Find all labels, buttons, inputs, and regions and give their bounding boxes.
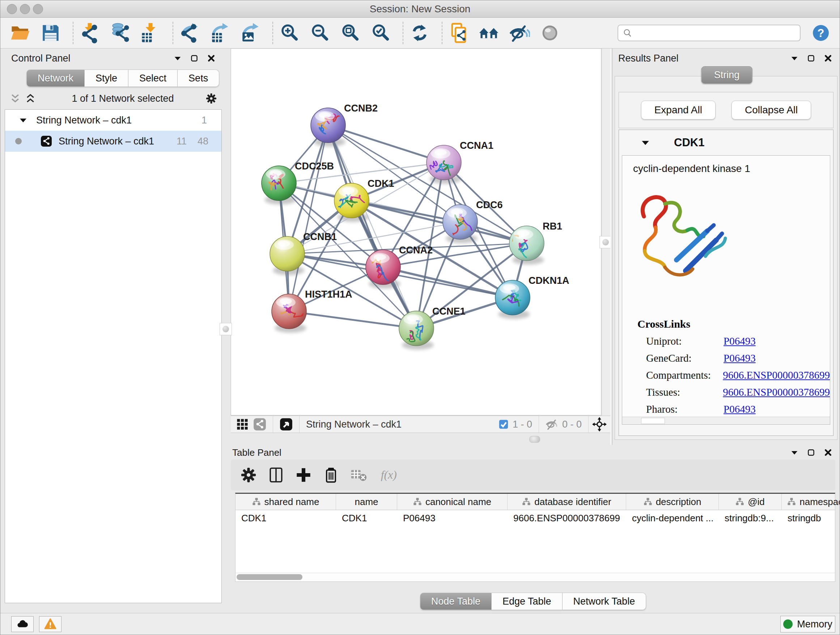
crosslink-label: Pharos: [646, 403, 723, 415]
expand-all-tree-icon[interactable] [25, 93, 36, 104]
panel-close-icon[interactable] [207, 54, 216, 63]
cloud-status-button[interactable] [11, 616, 34, 632]
panel-menu-icon[interactable] [790, 54, 798, 62]
zoom-fit-button[interactable] [340, 22, 361, 43]
panel-close-icon[interactable] [824, 54, 832, 63]
open-session-button[interactable] [10, 22, 31, 43]
export-network-button[interactable] [179, 22, 200, 43]
panel-menu-icon[interactable] [790, 448, 798, 456]
shared-column-icon [644, 497, 652, 506]
toolbar-separator [442, 22, 442, 44]
shared-column-icon [787, 497, 796, 506]
warnings-button[interactable] [39, 616, 62, 632]
add-column-icon[interactable] [295, 467, 312, 483]
left-splitter-handle[interactable] [219, 323, 232, 335]
table-cell: CDK1 [336, 510, 397, 526]
show-columns-icon[interactable] [268, 467, 284, 483]
show-all-button[interactable] [539, 22, 561, 43]
tab-select[interactable]: Select [128, 70, 178, 87]
column-header-name[interactable]: name [336, 494, 397, 510]
network-tree: String Network – cdk1 1 String Network –… [5, 109, 222, 603]
column-header-namespace[interactable]: namespace [782, 494, 840, 510]
save-session-button[interactable] [40, 22, 61, 43]
tab-network-table[interactable]: Network Table [562, 593, 646, 610]
network-selected-status: 1 of 1 Network selected [40, 93, 205, 104]
table-body: CDK1CDK1P064939606.ENSP00000378699cyclin… [235, 510, 835, 526]
network-collection-label: String Network – cdk1 [36, 115, 132, 126]
network-canvas[interactable]: CCNB2CCNA1CDC25BCDK1CDC6RB1CCNB1CCNA2CDK… [226, 49, 602, 416]
delete-column-icon[interactable] [323, 467, 339, 483]
table-cell: 9606.ENSP00000378699 [508, 510, 626, 526]
tab-style[interactable]: Style [85, 70, 128, 87]
network-from-selection-button[interactable] [448, 22, 469, 43]
help-button[interactable]: ? [812, 24, 830, 42]
birdseye-view-icon[interactable] [279, 418, 293, 431]
table-horizontal-scrollbar[interactable] [235, 573, 835, 581]
zoom-selected-button[interactable] [370, 22, 391, 43]
crosslink-row: GeneCard:P06493 [638, 352, 830, 364]
grid-view-icon[interactable] [236, 418, 249, 431]
expand-all-button[interactable]: Expand All [641, 101, 715, 119]
network-vertical-scrollbar[interactable] [602, 49, 612, 416]
crosslink-link[interactable]: 9606.ENSP00000378699 [723, 386, 830, 398]
crosslink-link[interactable]: P06493 [723, 352, 756, 364]
table-row[interactable]: CDK1CDK1P064939606.ENSP00000378699cyclin… [235, 510, 835, 526]
crosslink-link[interactable]: P06493 [723, 403, 756, 415]
zoom-out-button[interactable] [309, 22, 330, 43]
column-header-shared-name[interactable]: shared name [235, 494, 336, 510]
status-bar: Memory [0, 613, 840, 635]
share-view-icon[interactable] [253, 418, 266, 431]
gene-section-header[interactable]: CDK1 [619, 130, 833, 155]
selected-checkbox-icon[interactable] [498, 419, 509, 430]
hide-selection-button[interactable] [509, 22, 530, 43]
refresh-layout-button[interactable] [409, 22, 430, 43]
memory-button[interactable]: Memory [780, 616, 835, 632]
horizontal-splitter-handle[interactable] [529, 436, 540, 443]
pan-crosshair-icon[interactable] [592, 417, 607, 432]
crosslink-row: Pharos:P06493 [638, 403, 830, 415]
control-panel-tabs: NetworkStyleSelectSets [0, 66, 226, 88]
collapse-all-tree-icon[interactable] [10, 93, 21, 104]
column-header--id[interactable]: @id [719, 494, 782, 510]
import-table-file-button[interactable] [140, 22, 161, 43]
section-expander-icon[interactable] [641, 139, 650, 146]
tab-network[interactable]: Network [27, 70, 85, 87]
gear-icon[interactable] [205, 93, 217, 104]
panel-float-icon[interactable] [807, 54, 815, 62]
panel-float-icon[interactable] [807, 448, 815, 456]
cloud-icon [16, 618, 28, 630]
export-image-button[interactable] [240, 22, 261, 43]
import-network-file-button[interactable] [79, 22, 100, 43]
right-splitter-handle[interactable] [600, 236, 612, 249]
export-table-button[interactable] [210, 22, 231, 43]
column-header-canonical-name[interactable]: canonical name [397, 494, 508, 510]
tab-edge-table[interactable]: Edge Table [492, 593, 562, 610]
zoom-in-button[interactable] [279, 22, 300, 43]
column-header-database-identifier[interactable]: database identifier [508, 494, 626, 510]
crosslink-link[interactable]: P06493 [723, 335, 756, 347]
current-network-name: String Network – cdk1 [306, 419, 401, 430]
table-settings-gear-icon[interactable] [240, 467, 257, 483]
tab-string[interactable]: String [701, 66, 752, 84]
results-horizontal-scrollbar[interactable] [622, 417, 830, 424]
crosslink-link[interactable]: 9606.ENSP00000378699 [723, 369, 830, 381]
tree-expander-icon[interactable] [19, 117, 27, 124]
toolbar-separator [172, 22, 173, 44]
collapse-all-button[interactable]: Collapse All [731, 101, 811, 119]
search-input[interactable] [617, 25, 801, 41]
import-network-database-button[interactable] [110, 22, 131, 43]
panel-menu-icon[interactable] [174, 54, 182, 62]
shared-column-icon [413, 497, 422, 506]
warning-icon [44, 618, 57, 630]
tab-sets[interactable]: Sets [178, 70, 219, 87]
node-count: 11 [177, 136, 187, 147]
panel-close-icon[interactable] [824, 448, 832, 457]
network-row[interactable]: String Network – cdk1 11 48 [5, 131, 221, 152]
first-neighbors-button[interactable] [478, 22, 500, 43]
column-header-description[interactable]: description [626, 494, 719, 510]
panel-float-icon[interactable] [190, 54, 198, 62]
network-collection-row[interactable]: String Network – cdk1 1 [5, 110, 221, 131]
tab-node-table[interactable]: Node Table [420, 593, 492, 610]
crosslink-label: Uniprot: [646, 335, 723, 347]
function-builder-icon: f(x) [380, 467, 407, 483]
